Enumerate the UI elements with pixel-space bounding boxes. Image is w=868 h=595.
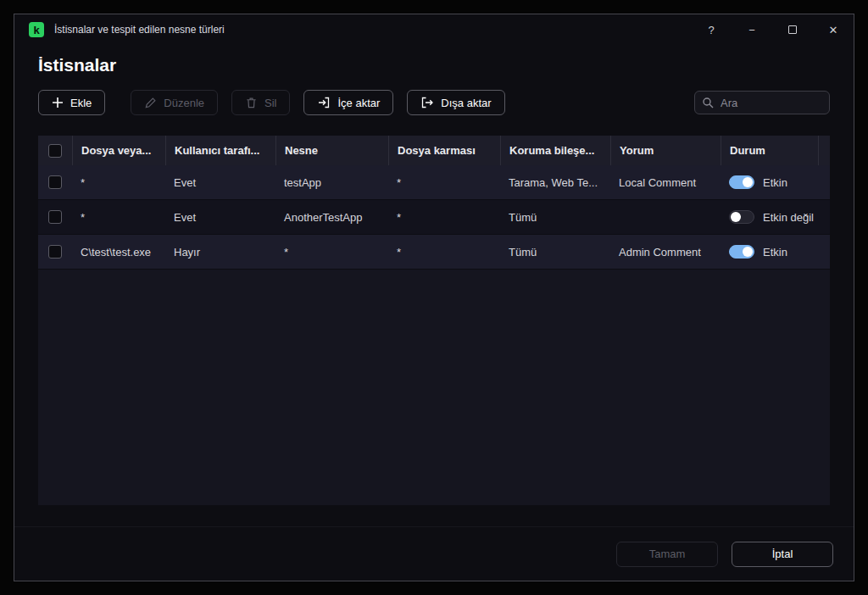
app-window: k İstisnalar ve tespit edilen nesne türl…	[14, 14, 854, 581]
cell-user-defined: Evet	[165, 211, 275, 224]
status-label: Etkin	[763, 246, 787, 259]
edit-button[interactable]: Düzenle	[131, 90, 218, 115]
cell-file-or-folder: *	[72, 211, 165, 224]
status-toggle[interactable]	[729, 210, 754, 224]
import-icon	[317, 96, 331, 109]
row-checkbox[interactable]	[48, 175, 62, 189]
column-header[interactable]: Yorum	[610, 136, 721, 165]
column-header[interactable]: Durum	[721, 136, 818, 165]
table-row[interactable]: * Evet testApp * Tarama, Web Te... Local…	[38, 165, 830, 200]
cell-file-hash: *	[388, 211, 500, 224]
export-icon	[420, 96, 434, 109]
minimize-button[interactable]: −	[732, 14, 772, 45]
table-body: * Evet testApp * Tarama, Web Te... Local…	[38, 165, 830, 505]
status-label: Etkin	[763, 176, 787, 189]
window-controls: ? − ✕	[691, 14, 854, 45]
status-label: Etkin değil	[763, 211, 814, 224]
row-checkbox[interactable]	[48, 210, 62, 224]
cell-protection-component: Tümü	[500, 246, 610, 259]
status-toggle[interactable]	[729, 245, 754, 259]
maximize-icon	[788, 25, 797, 34]
page-title: İstisnalar	[38, 55, 830, 75]
add-button-label: Ekle	[70, 97, 92, 109]
help-button[interactable]: ?	[691, 14, 732, 45]
content-area: İstisnalar Ekle Düzenle Sil İçe aktar Dı…	[14, 45, 854, 526]
cancel-button[interactable]: İptal	[732, 542, 833, 567]
import-button-label: İçe aktar	[337, 97, 380, 109]
trash-icon	[245, 97, 258, 109]
cell-comment: Local Comment	[610, 176, 721, 189]
select-all-cell	[38, 136, 72, 165]
cell-protection-component: Tarama, Web Te...	[500, 176, 610, 189]
table-header-row: Dosya veya...Kullanıcı tarafı...NesneDos…	[38, 136, 830, 165]
cell-user-defined: Hayır	[165, 246, 275, 259]
column-header[interactable]: Kullanıcı tarafı...	[165, 136, 275, 165]
cell-status: Etkin değil	[721, 210, 818, 224]
ok-button[interactable]: Tamam	[616, 542, 718, 567]
table-row[interactable]: * Evet AnotherTestApp * Tümü Etkin değil	[38, 200, 830, 235]
row-checkbox-cell	[38, 210, 72, 224]
edit-button-label: Düzenle	[164, 97, 204, 109]
cell-object: testApp	[275, 176, 388, 189]
header-gutter	[818, 136, 830, 165]
import-button[interactable]: İçe aktar	[303, 90, 393, 115]
column-header[interactable]: Koruma bileşe...	[500, 136, 610, 165]
cell-object: AnotherTestApp	[275, 211, 388, 224]
row-checkbox[interactable]	[48, 245, 62, 259]
cell-user-defined: Evet	[165, 176, 275, 189]
kaspersky-logo-icon: k	[29, 22, 44, 37]
cell-status: Etkin	[721, 245, 818, 259]
row-checkbox-cell	[38, 245, 72, 259]
footer: Tamam İptal	[14, 526, 854, 581]
delete-button-label: Sil	[264, 97, 276, 109]
pencil-icon	[144, 97, 157, 109]
exclusions-table: Dosya veya...Kullanıcı tarafı...NesneDos…	[38, 136, 830, 505]
cell-status: Etkin	[721, 175, 818, 189]
toolbar: Ekle Düzenle Sil İçe aktar Dışa aktar	[38, 90, 830, 115]
cell-file-hash: *	[388, 176, 500, 189]
status-toggle[interactable]	[729, 175, 754, 189]
add-button[interactable]: Ekle	[38, 90, 105, 115]
search-input[interactable]	[694, 91, 830, 114]
close-button[interactable]: ✕	[813, 14, 854, 45]
cell-file-hash: *	[388, 246, 500, 259]
column-header[interactable]: Dosya karması	[388, 136, 500, 165]
column-header[interactable]: Nesne	[275, 136, 388, 165]
table-row[interactable]: C\test\test.exe Hayır * * Tümü Admin Com…	[38, 235, 830, 270]
row-checkbox-cell	[38, 175, 72, 189]
cell-protection-component: Tümü	[500, 211, 610, 224]
export-button[interactable]: Dışa aktar	[407, 90, 504, 115]
delete-button[interactable]: Sil	[231, 90, 290, 115]
column-header[interactable]: Dosya veya...	[72, 136, 165, 165]
maximize-button[interactable]	[772, 14, 813, 45]
cell-file-or-folder: *	[72, 176, 165, 189]
window-title: İstisnalar ve tespit edilen nesne türler…	[54, 24, 225, 36]
cell-object: *	[275, 246, 388, 259]
cell-file-or-folder: C\test\test.exe	[72, 246, 165, 259]
export-button-label: Dışa aktar	[441, 97, 491, 109]
search-box	[694, 91, 830, 114]
cell-comment: Admin Comment	[610, 246, 721, 259]
titlebar: k İstisnalar ve tespit edilen nesne türl…	[14, 14, 854, 45]
plus-icon	[52, 97, 64, 108]
select-all-checkbox[interactable]	[48, 144, 62, 158]
